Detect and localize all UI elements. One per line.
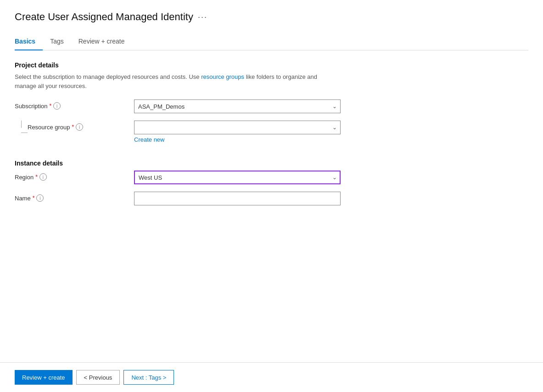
subscription-label: Subscription [15, 103, 48, 110]
region-label-col: Region * i [15, 171, 134, 181]
region-required: * [35, 174, 38, 180]
resource-group-info-icon[interactable]: i [76, 123, 83, 131]
project-details-description: Select the subscription to manage deploy… [15, 72, 336, 90]
instance-details-heading: Instance details [15, 160, 528, 167]
tab-review-create[interactable]: Review + create [71, 34, 132, 50]
name-input[interactable] [134, 192, 341, 205]
subscription-label-col: Subscription * i [15, 99, 134, 110]
project-details-section: Project details Select the subscription … [15, 61, 528, 145]
instance-details-section: Instance details Region * i West US East… [15, 160, 528, 213]
create-new-link[interactable]: Create new [134, 136, 164, 143]
next-button[interactable]: Next : Tags > [123, 370, 174, 385]
footer: Review + create < Previous Next : Tags > [0, 362, 543, 392]
name-required: * [33, 195, 35, 201]
name-label-col: Name * i [15, 192, 134, 202]
subscription-required: * [50, 103, 52, 109]
name-info-icon[interactable]: i [36, 194, 44, 202]
previous-button[interactable]: < Previous [76, 370, 120, 385]
resource-group-label: Resource group [28, 124, 70, 131]
tab-tags[interactable]: Tags [43, 34, 71, 50]
region-label: Region [15, 174, 34, 181]
name-control-col [134, 192, 341, 205]
resource-group-select-wrapper: ⌄ [134, 121, 341, 134]
subscription-control-col: ASA_PM_Demos ⌄ [134, 99, 341, 113]
subscription-select[interactable]: ASA_PM_Demos [134, 99, 341, 113]
region-select-wrapper: West US East US West Europe East Asia ⌄ [134, 171, 341, 184]
name-label: Name [15, 195, 31, 202]
resource-group-label-area: Resource group * i [15, 121, 134, 133]
resource-group-required: * [72, 124, 74, 130]
region-field-row: Region * i West US East US West Europe E… [15, 171, 528, 184]
region-control-col: West US East US West Europe East Asia ⌄ [134, 171, 341, 184]
subscription-info-icon[interactable]: i [53, 102, 61, 110]
resource-group-field-row: Resource group * i ⌄ Create new [15, 121, 528, 143]
resource-group-select[interactable] [134, 121, 341, 134]
resource-groups-link[interactable]: resource groups [201, 73, 244, 80]
region-select[interactable]: West US East US West Europe East Asia [134, 171, 341, 184]
page-title: Create User Assigned Managed Identity [15, 11, 193, 23]
review-create-button[interactable]: Review + create [15, 370, 73, 385]
tab-bar: Basics Tags Review + create [15, 34, 528, 50]
subscription-select-wrapper: ASA_PM_Demos ⌄ [134, 99, 341, 113]
project-details-heading: Project details [15, 61, 528, 69]
subscription-field-row: Subscription * i ASA_PM_Demos ⌄ [15, 99, 528, 113]
name-field-row: Name * i [15, 192, 528, 205]
resource-group-control-col: ⌄ Create new [134, 121, 341, 143]
more-options-icon[interactable]: ··· [198, 12, 207, 22]
tab-basics[interactable]: Basics [15, 34, 43, 50]
region-info-icon[interactable]: i [39, 173, 47, 181]
